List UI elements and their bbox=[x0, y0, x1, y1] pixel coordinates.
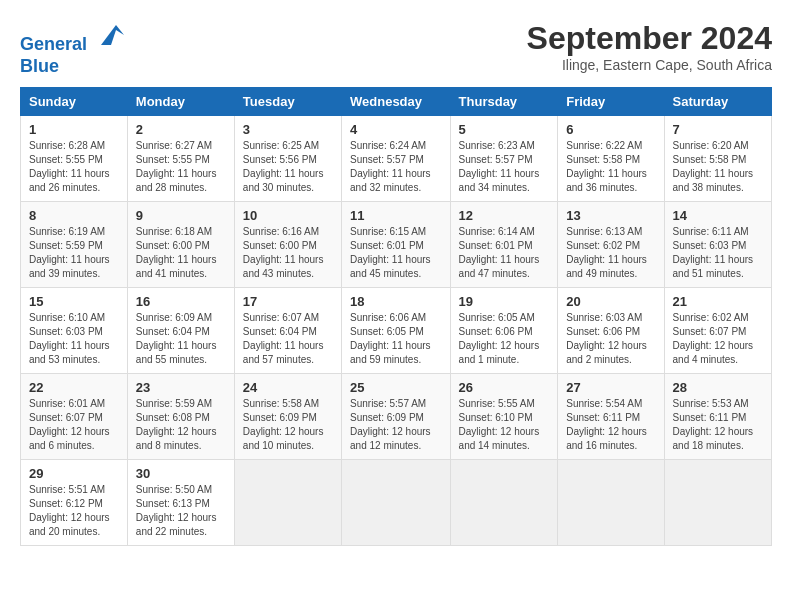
calendar-cell bbox=[450, 460, 558, 546]
calendar-cell: 26Sunrise: 5:55 AMSunset: 6:10 PMDayligh… bbox=[450, 374, 558, 460]
day-info: Sunrise: 6:23 AMSunset: 5:57 PMDaylight:… bbox=[459, 139, 550, 195]
day-number: 19 bbox=[459, 294, 550, 309]
day-number: 1 bbox=[29, 122, 119, 137]
day-info: Sunrise: 6:01 AMSunset: 6:07 PMDaylight:… bbox=[29, 397, 119, 453]
calendar-cell: 12Sunrise: 6:14 AMSunset: 6:01 PMDayligh… bbox=[450, 202, 558, 288]
day-info: Sunrise: 5:53 AMSunset: 6:11 PMDaylight:… bbox=[673, 397, 763, 453]
day-info: Sunrise: 6:25 AMSunset: 5:56 PMDaylight:… bbox=[243, 139, 333, 195]
day-info: Sunrise: 5:59 AMSunset: 6:08 PMDaylight:… bbox=[136, 397, 226, 453]
day-number: 21 bbox=[673, 294, 763, 309]
calendar-cell: 3Sunrise: 6:25 AMSunset: 5:56 PMDaylight… bbox=[234, 116, 341, 202]
calendar-cell: 8Sunrise: 6:19 AMSunset: 5:59 PMDaylight… bbox=[21, 202, 128, 288]
week-row-3: 15Sunrise: 6:10 AMSunset: 6:03 PMDayligh… bbox=[21, 288, 772, 374]
day-number: 8 bbox=[29, 208, 119, 223]
calendar-cell: 28Sunrise: 5:53 AMSunset: 6:11 PMDayligh… bbox=[664, 374, 771, 460]
calendar-cell: 14Sunrise: 6:11 AMSunset: 6:03 PMDayligh… bbox=[664, 202, 771, 288]
header-day-friday: Friday bbox=[558, 88, 664, 116]
day-info: Sunrise: 5:55 AMSunset: 6:10 PMDaylight:… bbox=[459, 397, 550, 453]
header-day-monday: Monday bbox=[127, 88, 234, 116]
calendar-cell: 18Sunrise: 6:06 AMSunset: 6:05 PMDayligh… bbox=[342, 288, 451, 374]
calendar-cell bbox=[342, 460, 451, 546]
logo-icon bbox=[96, 20, 126, 50]
calendar-cell: 24Sunrise: 5:58 AMSunset: 6:09 PMDayligh… bbox=[234, 374, 341, 460]
week-row-5: 29Sunrise: 5:51 AMSunset: 6:12 PMDayligh… bbox=[21, 460, 772, 546]
calendar-cell: 11Sunrise: 6:15 AMSunset: 6:01 PMDayligh… bbox=[342, 202, 451, 288]
calendar-header-row: SundayMondayTuesdayWednesdayThursdayFrid… bbox=[21, 88, 772, 116]
calendar-cell: 27Sunrise: 5:54 AMSunset: 6:11 PMDayligh… bbox=[558, 374, 664, 460]
calendar-cell bbox=[664, 460, 771, 546]
calendar-cell: 22Sunrise: 6:01 AMSunset: 6:07 PMDayligh… bbox=[21, 374, 128, 460]
day-number: 30 bbox=[136, 466, 226, 481]
calendar-cell: 20Sunrise: 6:03 AMSunset: 6:06 PMDayligh… bbox=[558, 288, 664, 374]
day-info: Sunrise: 5:54 AMSunset: 6:11 PMDaylight:… bbox=[566, 397, 655, 453]
day-number: 2 bbox=[136, 122, 226, 137]
day-number: 16 bbox=[136, 294, 226, 309]
day-info: Sunrise: 5:50 AMSunset: 6:13 PMDaylight:… bbox=[136, 483, 226, 539]
day-number: 10 bbox=[243, 208, 333, 223]
calendar-cell: 1Sunrise: 6:28 AMSunset: 5:55 PMDaylight… bbox=[21, 116, 128, 202]
day-number: 3 bbox=[243, 122, 333, 137]
day-number: 7 bbox=[673, 122, 763, 137]
day-info: Sunrise: 6:11 AMSunset: 6:03 PMDaylight:… bbox=[673, 225, 763, 281]
day-info: Sunrise: 6:10 AMSunset: 6:03 PMDaylight:… bbox=[29, 311, 119, 367]
day-info: Sunrise: 6:09 AMSunset: 6:04 PMDaylight:… bbox=[136, 311, 226, 367]
header-day-tuesday: Tuesday bbox=[234, 88, 341, 116]
day-info: Sunrise: 6:13 AMSunset: 6:02 PMDaylight:… bbox=[566, 225, 655, 281]
day-number: 23 bbox=[136, 380, 226, 395]
day-info: Sunrise: 6:27 AMSunset: 5:55 PMDaylight:… bbox=[136, 139, 226, 195]
day-info: Sunrise: 6:06 AMSunset: 6:05 PMDaylight:… bbox=[350, 311, 442, 367]
day-number: 17 bbox=[243, 294, 333, 309]
calendar-cell: 7Sunrise: 6:20 AMSunset: 5:58 PMDaylight… bbox=[664, 116, 771, 202]
calendar-cell bbox=[558, 460, 664, 546]
calendar-cell: 10Sunrise: 6:16 AMSunset: 6:00 PMDayligh… bbox=[234, 202, 341, 288]
day-number: 14 bbox=[673, 208, 763, 223]
header-day-saturday: Saturday bbox=[664, 88, 771, 116]
day-number: 18 bbox=[350, 294, 442, 309]
calendar-cell bbox=[234, 460, 341, 546]
day-number: 11 bbox=[350, 208, 442, 223]
day-info: Sunrise: 5:57 AMSunset: 6:09 PMDaylight:… bbox=[350, 397, 442, 453]
calendar-cell: 17Sunrise: 6:07 AMSunset: 6:04 PMDayligh… bbox=[234, 288, 341, 374]
day-number: 24 bbox=[243, 380, 333, 395]
calendar-cell: 6Sunrise: 6:22 AMSunset: 5:58 PMDaylight… bbox=[558, 116, 664, 202]
calendar-cell: 5Sunrise: 6:23 AMSunset: 5:57 PMDaylight… bbox=[450, 116, 558, 202]
day-number: 25 bbox=[350, 380, 442, 395]
calendar-cell: 25Sunrise: 5:57 AMSunset: 6:09 PMDayligh… bbox=[342, 374, 451, 460]
day-info: Sunrise: 6:20 AMSunset: 5:58 PMDaylight:… bbox=[673, 139, 763, 195]
day-info: Sunrise: 6:05 AMSunset: 6:06 PMDaylight:… bbox=[459, 311, 550, 367]
day-number: 5 bbox=[459, 122, 550, 137]
day-info: Sunrise: 6:18 AMSunset: 6:00 PMDaylight:… bbox=[136, 225, 226, 281]
day-number: 26 bbox=[459, 380, 550, 395]
day-info: Sunrise: 5:58 AMSunset: 6:09 PMDaylight:… bbox=[243, 397, 333, 453]
week-row-2: 8Sunrise: 6:19 AMSunset: 5:59 PMDaylight… bbox=[21, 202, 772, 288]
day-info: Sunrise: 6:03 AMSunset: 6:06 PMDaylight:… bbox=[566, 311, 655, 367]
day-number: 6 bbox=[566, 122, 655, 137]
calendar-cell: 23Sunrise: 5:59 AMSunset: 6:08 PMDayligh… bbox=[127, 374, 234, 460]
calendar-cell: 19Sunrise: 6:05 AMSunset: 6:06 PMDayligh… bbox=[450, 288, 558, 374]
day-info: Sunrise: 6:24 AMSunset: 5:57 PMDaylight:… bbox=[350, 139, 442, 195]
day-info: Sunrise: 6:19 AMSunset: 5:59 PMDaylight:… bbox=[29, 225, 119, 281]
day-info: Sunrise: 6:07 AMSunset: 6:04 PMDaylight:… bbox=[243, 311, 333, 367]
logo-general: General bbox=[20, 34, 87, 54]
header-day-wednesday: Wednesday bbox=[342, 88, 451, 116]
title-area: September 2024 Ilinge, Eastern Cape, Sou… bbox=[527, 20, 772, 73]
day-number: 20 bbox=[566, 294, 655, 309]
week-row-1: 1Sunrise: 6:28 AMSunset: 5:55 PMDaylight… bbox=[21, 116, 772, 202]
calendar-table: SundayMondayTuesdayWednesdayThursdayFrid… bbox=[20, 87, 772, 546]
day-info: Sunrise: 6:16 AMSunset: 6:00 PMDaylight:… bbox=[243, 225, 333, 281]
day-number: 4 bbox=[350, 122, 442, 137]
header-day-thursday: Thursday bbox=[450, 88, 558, 116]
day-number: 29 bbox=[29, 466, 119, 481]
calendar-cell: 21Sunrise: 6:02 AMSunset: 6:07 PMDayligh… bbox=[664, 288, 771, 374]
logo-blue: Blue bbox=[20, 56, 59, 76]
day-info: Sunrise: 6:22 AMSunset: 5:58 PMDaylight:… bbox=[566, 139, 655, 195]
calendar-cell: 16Sunrise: 6:09 AMSunset: 6:04 PMDayligh… bbox=[127, 288, 234, 374]
day-number: 15 bbox=[29, 294, 119, 309]
logo: General Blue bbox=[20, 20, 126, 77]
calendar-subtitle: Ilinge, Eastern Cape, South Africa bbox=[527, 57, 772, 73]
calendar-cell: 4Sunrise: 6:24 AMSunset: 5:57 PMDaylight… bbox=[342, 116, 451, 202]
day-number: 28 bbox=[673, 380, 763, 395]
day-info: Sunrise: 6:15 AMSunset: 6:01 PMDaylight:… bbox=[350, 225, 442, 281]
week-row-4: 22Sunrise: 6:01 AMSunset: 6:07 PMDayligh… bbox=[21, 374, 772, 460]
calendar-cell: 13Sunrise: 6:13 AMSunset: 6:02 PMDayligh… bbox=[558, 202, 664, 288]
